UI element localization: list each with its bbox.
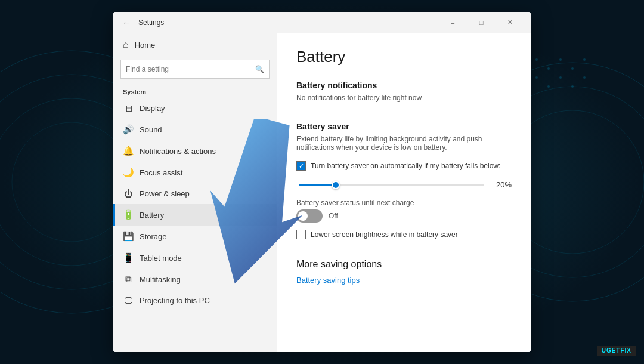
sidebar-item-projecting[interactable]: 🖵 Projecting to this PC: [113, 290, 277, 311]
svg-point-13: [571, 67, 574, 70]
divider-2: [296, 249, 512, 249]
page-title: Battery: [296, 48, 512, 66]
svg-point-14: [571, 85, 574, 88]
svg-point-9: [559, 58, 562, 61]
sidebar-item-storage[interactable]: 💾 Storage: [113, 226, 277, 247]
sidebar-item-sound[interactable]: 🔊 Sound: [113, 119, 277, 140]
sidebar-item-projecting-label: Projecting to this PC: [140, 296, 210, 305]
battery-notifications-title: Battery notifications: [296, 81, 512, 90]
battery-icon: 🔋: [123, 209, 134, 220]
sidebar-item-tablet-label: Tablet mode: [140, 254, 182, 263]
storage-icon: 💾: [123, 231, 134, 242]
brightness-row: Lower screen brightness while in battery…: [296, 230, 512, 239]
sidebar-item-focus-label: Focus assist: [140, 168, 182, 177]
sidebar-item-focus[interactable]: 🌙 Focus assist: [113, 162, 277, 183]
sidebar-item-notifications[interactable]: 🔔 Notifications & actions: [113, 140, 277, 162]
sidebar-item-battery-label: Battery: [140, 211, 164, 220]
auto-saver-label: Turn battery saver on automatically if m…: [311, 162, 500, 170]
battery-slider-row: 20%: [296, 180, 512, 189]
svg-point-15: [583, 58, 586, 61]
slider-value: 20%: [490, 180, 512, 189]
sidebar: ⌂ Home 🔍 System 🖥 Display 🔊 Sound 🔔 Noti…: [113, 33, 277, 352]
home-icon: ⌂: [123, 39, 129, 50]
search-icon: 🔍: [255, 65, 264, 73]
svg-point-8: [547, 67, 550, 70]
sidebar-item-multitasking[interactable]: ⧉ Multitasking: [113, 269, 277, 290]
battery-notifications-desc: No notifications for battery life right …: [296, 94, 512, 102]
brightness-label: Lower screen brightness while in battery…: [311, 230, 458, 239]
sidebar-item-sound-label: Sound: [140, 125, 162, 134]
main-panel: Battery Battery notifications No notific…: [277, 33, 531, 352]
svg-point-7: [535, 58, 538, 61]
back-button[interactable]: ←: [120, 17, 132, 29]
svg-point-11: [547, 85, 550, 88]
home-label: Home: [135, 41, 156, 50]
display-icon: 🖥: [123, 103, 134, 113]
divider-1: [296, 112, 512, 112]
notifications-icon: 🔔: [123, 146, 134, 156]
sidebar-section-label: System: [113, 85, 277, 98]
svg-point-12: [535, 76, 538, 79]
sidebar-item-notifications-label: Notifications & actions: [140, 147, 216, 156]
battery-slider-track[interactable]: [299, 184, 484, 186]
projecting-icon: 🖵: [123, 295, 134, 306]
sidebar-item-display-label: Display: [140, 104, 165, 113]
more-saving-title: More saving options: [296, 259, 512, 270]
maximize-button[interactable]: □: [467, 13, 495, 32]
sidebar-item-power-label: Power & sleep: [140, 189, 190, 198]
close-button[interactable]: ✕: [496, 13, 524, 32]
multitasking-icon: ⧉: [123, 274, 134, 285]
sidebar-item-storage-label: Storage: [140, 232, 167, 241]
search-box: 🔍: [120, 60, 270, 79]
battery-slider-thumb[interactable]: [332, 181, 340, 189]
window-title: Settings: [138, 18, 439, 27]
titlebar-controls: – □ ✕: [439, 13, 524, 32]
toggle-label: Battery saver status until next charge: [296, 199, 512, 207]
sidebar-item-multitasking-label: Multitasking: [140, 275, 181, 284]
minimize-button[interactable]: –: [439, 13, 466, 32]
sidebar-item-tablet[interactable]: 📱 Tablet mode: [113, 247, 277, 269]
battery-slider-fill: [299, 184, 336, 186]
svg-point-16: [583, 76, 586, 79]
focus-icon: 🌙: [123, 167, 134, 178]
toggle-row: Off: [296, 209, 512, 223]
sidebar-item-display[interactable]: 🖥 Display: [113, 98, 277, 119]
battery-saver-title: Battery saver: [296, 122, 512, 131]
brightness-checkbox[interactable]: [296, 230, 306, 239]
auto-saver-row: ✓ Turn battery saver on automatically if…: [296, 161, 512, 171]
auto-saver-checkbox[interactable]: ✓: [296, 161, 306, 171]
tablet-icon: 📱: [123, 252, 134, 263]
sound-icon: 🔊: [123, 124, 134, 135]
titlebar: ← Settings – □ ✕: [113, 12, 531, 33]
battery-saver-desc: Extend battery life by limiting backgrou…: [296, 135, 512, 152]
search-input[interactable]: [126, 65, 252, 73]
content-area: ⌂ Home 🔍 System 🖥 Display 🔊 Sound 🔔 Noti…: [113, 33, 531, 352]
power-icon: ⏻: [123, 189, 134, 199]
sidebar-item-battery[interactable]: 🔋 Battery: [113, 204, 277, 226]
settings-window: ← Settings – □ ✕ ⌂ Home 🔍 System 🖥 Displ…: [113, 12, 531, 352]
watermark: UGETFIX: [597, 346, 636, 356]
toggle-knob: [298, 211, 308, 221]
battery-saver-toggle[interactable]: [296, 209, 323, 223]
svg-point-10: [559, 76, 562, 79]
sidebar-item-home[interactable]: ⌂ Home: [113, 33, 277, 56]
toggle-status: Off: [329, 212, 338, 220]
checkbox-check-icon: ✓: [299, 162, 304, 170]
sidebar-item-power[interactable]: ⏻ Power & sleep: [113, 183, 277, 204]
battery-saving-tips-link[interactable]: Battery saving tips: [296, 276, 360, 285]
